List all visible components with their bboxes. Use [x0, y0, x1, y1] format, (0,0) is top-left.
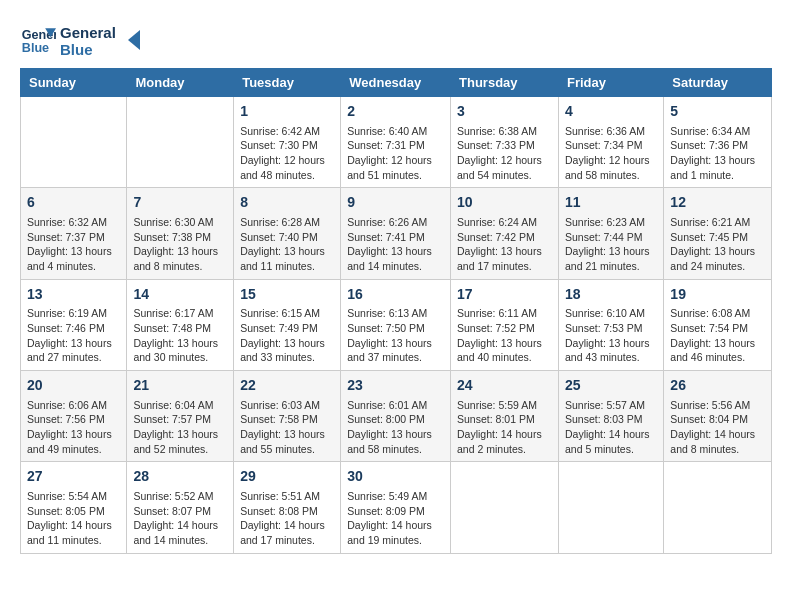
calendar-cell: 12Sunrise: 6:21 AM Sunset: 7:45 PM Dayli…: [664, 188, 772, 279]
day-info: Sunrise: 6:15 AM Sunset: 7:49 PM Dayligh…: [240, 306, 334, 365]
calendar-cell: [127, 97, 234, 188]
day-number: 11: [565, 193, 657, 213]
day-info: Sunrise: 5:49 AM Sunset: 8:09 PM Dayligh…: [347, 489, 444, 548]
calendar-cell: 29Sunrise: 5:51 AM Sunset: 8:08 PM Dayli…: [234, 462, 341, 553]
day-number: 1: [240, 102, 334, 122]
weekday-header-wednesday: Wednesday: [341, 69, 451, 97]
day-info: Sunrise: 5:52 AM Sunset: 8:07 PM Dayligh…: [133, 489, 227, 548]
day-info: Sunrise: 6:23 AM Sunset: 7:44 PM Dayligh…: [565, 215, 657, 274]
day-info: Sunrise: 6:21 AM Sunset: 7:45 PM Dayligh…: [670, 215, 765, 274]
day-number: 5: [670, 102, 765, 122]
svg-text:Blue: Blue: [22, 41, 49, 55]
day-number: 30: [347, 467, 444, 487]
page-header: General Blue General Blue: [20, 20, 772, 58]
calendar-cell: 21Sunrise: 6:04 AM Sunset: 7:57 PM Dayli…: [127, 371, 234, 462]
day-number: 28: [133, 467, 227, 487]
day-number: 19: [670, 285, 765, 305]
day-number: 2: [347, 102, 444, 122]
calendar-week-3: 13Sunrise: 6:19 AM Sunset: 7:46 PM Dayli…: [21, 279, 772, 370]
calendar-cell: 6Sunrise: 6:32 AM Sunset: 7:37 PM Daylig…: [21, 188, 127, 279]
day-number: 9: [347, 193, 444, 213]
day-info: Sunrise: 6:04 AM Sunset: 7:57 PM Dayligh…: [133, 398, 227, 457]
day-number: 25: [565, 376, 657, 396]
day-number: 26: [670, 376, 765, 396]
day-number: 24: [457, 376, 552, 396]
svg-marker-5: [128, 30, 140, 50]
calendar-week-1: 1Sunrise: 6:42 AM Sunset: 7:30 PM Daylig…: [21, 97, 772, 188]
calendar-cell: 11Sunrise: 6:23 AM Sunset: 7:44 PM Dayli…: [558, 188, 663, 279]
calendar-cell: 1Sunrise: 6:42 AM Sunset: 7:30 PM Daylig…: [234, 97, 341, 188]
day-number: 14: [133, 285, 227, 305]
day-info: Sunrise: 5:51 AM Sunset: 8:08 PM Dayligh…: [240, 489, 334, 548]
calendar-cell: 30Sunrise: 5:49 AM Sunset: 8:09 PM Dayli…: [341, 462, 451, 553]
day-info: Sunrise: 6:13 AM Sunset: 7:50 PM Dayligh…: [347, 306, 444, 365]
calendar-cell: 8Sunrise: 6:28 AM Sunset: 7:40 PM Daylig…: [234, 188, 341, 279]
day-number: 27: [27, 467, 120, 487]
day-number: 21: [133, 376, 227, 396]
calendar-cell: 20Sunrise: 6:06 AM Sunset: 7:56 PM Dayli…: [21, 371, 127, 462]
calendar-cell: 19Sunrise: 6:08 AM Sunset: 7:54 PM Dayli…: [664, 279, 772, 370]
day-info: Sunrise: 6:24 AM Sunset: 7:42 PM Dayligh…: [457, 215, 552, 274]
calendar-cell: 23Sunrise: 6:01 AM Sunset: 8:00 PM Dayli…: [341, 371, 451, 462]
calendar-cell: 22Sunrise: 6:03 AM Sunset: 7:58 PM Dayli…: [234, 371, 341, 462]
calendar-header-row: SundayMondayTuesdayWednesdayThursdayFrid…: [21, 69, 772, 97]
weekday-header-friday: Friday: [558, 69, 663, 97]
day-number: 7: [133, 193, 227, 213]
day-info: Sunrise: 6:11 AM Sunset: 7:52 PM Dayligh…: [457, 306, 552, 365]
calendar-cell: 15Sunrise: 6:15 AM Sunset: 7:49 PM Dayli…: [234, 279, 341, 370]
day-info: Sunrise: 6:40 AM Sunset: 7:31 PM Dayligh…: [347, 124, 444, 183]
calendar-week-2: 6Sunrise: 6:32 AM Sunset: 7:37 PM Daylig…: [21, 188, 772, 279]
weekday-header-thursday: Thursday: [451, 69, 559, 97]
day-number: 12: [670, 193, 765, 213]
day-info: Sunrise: 6:08 AM Sunset: 7:54 PM Dayligh…: [670, 306, 765, 365]
calendar-cell: [21, 97, 127, 188]
day-number: 29: [240, 467, 334, 487]
svg-text:General: General: [60, 24, 116, 41]
weekday-header-sunday: Sunday: [21, 69, 127, 97]
day-number: 13: [27, 285, 120, 305]
calendar-cell: [558, 462, 663, 553]
day-info: Sunrise: 6:38 AM Sunset: 7:33 PM Dayligh…: [457, 124, 552, 183]
weekday-header-saturday: Saturday: [664, 69, 772, 97]
calendar-cell: 14Sunrise: 6:17 AM Sunset: 7:48 PM Dayli…: [127, 279, 234, 370]
calendar-cell: 10Sunrise: 6:24 AM Sunset: 7:42 PM Dayli…: [451, 188, 559, 279]
day-number: 6: [27, 193, 120, 213]
day-info: Sunrise: 6:28 AM Sunset: 7:40 PM Dayligh…: [240, 215, 334, 274]
calendar-cell: 7Sunrise: 6:30 AM Sunset: 7:38 PM Daylig…: [127, 188, 234, 279]
day-info: Sunrise: 6:06 AM Sunset: 7:56 PM Dayligh…: [27, 398, 120, 457]
weekday-header-tuesday: Tuesday: [234, 69, 341, 97]
calendar-cell: 4Sunrise: 6:36 AM Sunset: 7:34 PM Daylig…: [558, 97, 663, 188]
day-info: Sunrise: 5:56 AM Sunset: 8:04 PM Dayligh…: [670, 398, 765, 457]
day-number: 10: [457, 193, 552, 213]
calendar-cell: 17Sunrise: 6:11 AM Sunset: 7:52 PM Dayli…: [451, 279, 559, 370]
calendar-cell: [664, 462, 772, 553]
day-number: 18: [565, 285, 657, 305]
day-info: Sunrise: 5:59 AM Sunset: 8:01 PM Dayligh…: [457, 398, 552, 457]
day-info: Sunrise: 5:54 AM Sunset: 8:05 PM Dayligh…: [27, 489, 120, 548]
calendar-cell: 25Sunrise: 5:57 AM Sunset: 8:03 PM Dayli…: [558, 371, 663, 462]
day-number: 20: [27, 376, 120, 396]
day-info: Sunrise: 6:36 AM Sunset: 7:34 PM Dayligh…: [565, 124, 657, 183]
calendar-cell: 18Sunrise: 6:10 AM Sunset: 7:53 PM Dayli…: [558, 279, 663, 370]
day-number: 17: [457, 285, 552, 305]
day-number: 16: [347, 285, 444, 305]
day-number: 8: [240, 193, 334, 213]
calendar-cell: 2Sunrise: 6:40 AM Sunset: 7:31 PM Daylig…: [341, 97, 451, 188]
day-number: 23: [347, 376, 444, 396]
day-number: 22: [240, 376, 334, 396]
day-info: Sunrise: 6:03 AM Sunset: 7:58 PM Dayligh…: [240, 398, 334, 457]
weekday-header-monday: Monday: [127, 69, 234, 97]
day-info: Sunrise: 6:01 AM Sunset: 8:00 PM Dayligh…: [347, 398, 444, 457]
day-info: Sunrise: 6:32 AM Sunset: 7:37 PM Dayligh…: [27, 215, 120, 274]
day-info: Sunrise: 6:17 AM Sunset: 7:48 PM Dayligh…: [133, 306, 227, 365]
svg-text:Blue: Blue: [60, 41, 93, 58]
day-number: 3: [457, 102, 552, 122]
calendar-cell: [451, 462, 559, 553]
calendar-cell: 13Sunrise: 6:19 AM Sunset: 7:46 PM Dayli…: [21, 279, 127, 370]
calendar-cell: 27Sunrise: 5:54 AM Sunset: 8:05 PM Dayli…: [21, 462, 127, 553]
day-info: Sunrise: 6:30 AM Sunset: 7:38 PM Dayligh…: [133, 215, 227, 274]
calendar-week-4: 20Sunrise: 6:06 AM Sunset: 7:56 PM Dayli…: [21, 371, 772, 462]
day-info: Sunrise: 5:57 AM Sunset: 8:03 PM Dayligh…: [565, 398, 657, 457]
calendar-cell: 3Sunrise: 6:38 AM Sunset: 7:33 PM Daylig…: [451, 97, 559, 188]
day-info: Sunrise: 6:10 AM Sunset: 7:53 PM Dayligh…: [565, 306, 657, 365]
